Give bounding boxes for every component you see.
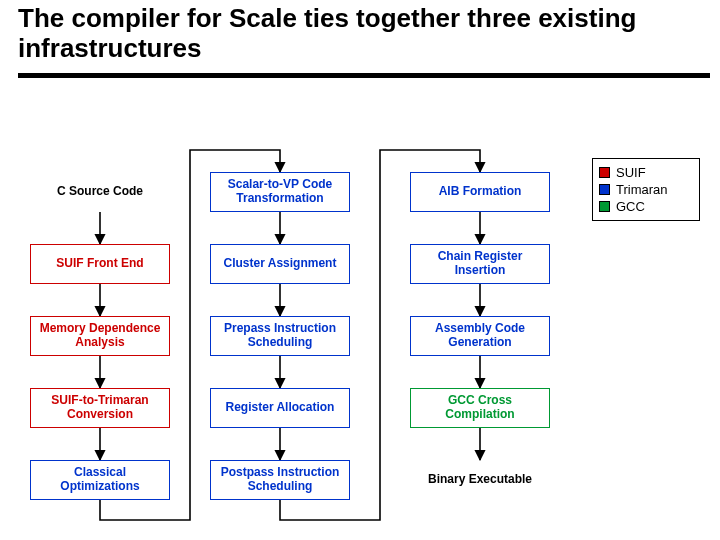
node-postpass-scheduling: Postpass Instruction Scheduling (210, 460, 350, 500)
legend: SUIF Trimaran GCC (592, 158, 700, 221)
node-binary-executable: Binary Executable (410, 460, 550, 500)
legend-item-gcc: GCC (599, 199, 693, 214)
legend-item-trimaran: Trimaran (599, 182, 693, 197)
node-memory-dep-analysis: Memory Dependence Analysis (30, 316, 170, 356)
node-register-allocation: Register Allocation (210, 388, 350, 428)
node-assembly-code-gen: Assembly Code Generation (410, 316, 550, 356)
title-underline (18, 73, 710, 78)
legend-item-suif: SUIF (599, 165, 693, 180)
legend-swatch-trimaran (599, 184, 610, 195)
node-chain-reg-insertion: Chain Register Insertion (410, 244, 550, 284)
node-prepass-scheduling: Prepass Instruction Scheduling (210, 316, 350, 356)
legend-swatch-suif (599, 167, 610, 178)
node-suif-front-end: SUIF Front End (30, 244, 170, 284)
node-aib-formation: AIB Formation (410, 172, 550, 212)
legend-label-gcc: GCC (616, 199, 645, 214)
node-gcc-cross-compile: GCC Cross Compilation (410, 388, 550, 428)
slide-title: The compiler for Scale ties together thr… (18, 4, 710, 64)
node-cluster-assignment: Cluster Assignment (210, 244, 350, 284)
node-c-source-code: C Source Code (30, 172, 170, 212)
node-scalar-to-vp: Scalar-to-VP Code Transformation (210, 172, 350, 212)
node-classical-opts: Classical Optimizations (30, 460, 170, 500)
legend-label-trimaran: Trimaran (616, 182, 668, 197)
legend-swatch-gcc (599, 201, 610, 212)
node-suif-to-trimaran: SUIF-to-Trimaran Conversion (30, 388, 170, 428)
legend-label-suif: SUIF (616, 165, 646, 180)
